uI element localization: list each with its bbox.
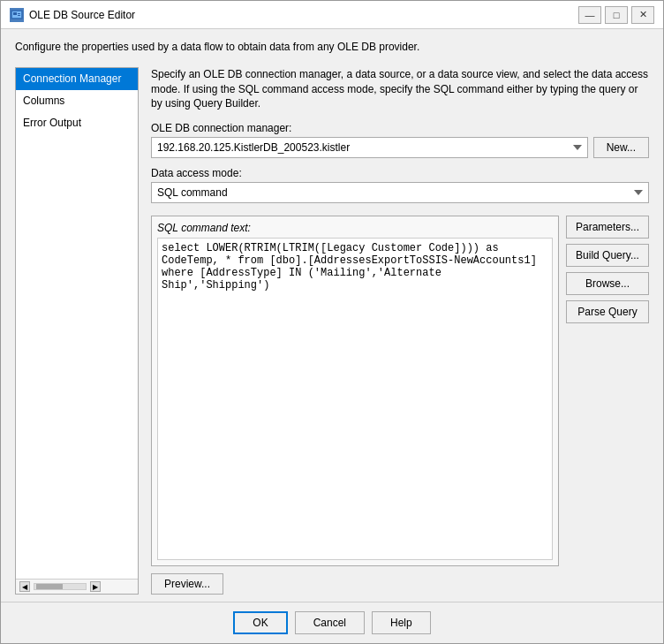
right-panel: Specify an OLE DB connection manager, a … — [151, 67, 649, 595]
connection-manager-group: OLE DB connection manager: 192.168.20.12… — [151, 122, 649, 158]
browse-button[interactable]: Browse... — [566, 272, 649, 295]
parse-query-button[interactable]: Parse Query — [566, 300, 649, 323]
title-bar: OLE DB Source Editor — □ ✕ — [1, 1, 663, 29]
left-nav-bottom: ◀ ▶ — [16, 579, 138, 594]
title-bar-left: OLE DB Source Editor — [10, 8, 135, 22]
ok-button[interactable]: OK — [233, 611, 287, 634]
left-nav: Connection Manager Columns Error Output … — [15, 67, 139, 595]
ole-db-source-editor-window: OLE DB Source Editor — □ ✕ Configure the… — [0, 0, 664, 644]
svg-rect-3 — [18, 13, 20, 14]
access-mode-dropdown[interactable]: SQL command — [151, 182, 649, 203]
build-query-button[interactable]: Build Query... — [566, 244, 649, 267]
nav-item-columns[interactable]: Columns — [16, 90, 138, 112]
window-title: OLE DB Source Editor — [29, 9, 135, 21]
footer-bar: OK Cancel Help — [1, 602, 663, 643]
nav-item-error-output[interactable]: Error Output — [16, 112, 138, 134]
scroll-right-arrow[interactable]: ▶ — [90, 581, 101, 592]
cancel-button[interactable]: Cancel — [295, 611, 365, 634]
preview-row: Preview... — [151, 573, 649, 595]
connection-row: 192.168.20.125.KistlerDB_200523.kistler … — [151, 137, 649, 158]
side-buttons: Parameters... Build Query... Browse... P… — [566, 216, 649, 566]
horizontal-scrollbar[interactable] — [34, 583, 87, 590]
svg-rect-4 — [18, 15, 20, 16]
new-button[interactable]: New... — [593, 137, 649, 158]
nav-scroll-container: Connection Manager Columns Error Output … — [16, 68, 138, 594]
connection-label: OLE DB connection manager: — [151, 122, 649, 134]
main-body: Connection Manager Columns Error Output … — [15, 67, 649, 595]
sql-area-row: SQL command text: select LOWER(RTRIM(LTR… — [151, 216, 649, 566]
window-icon — [10, 8, 24, 22]
close-button[interactable]: ✕ — [631, 6, 654, 24]
nav-items-area: Connection Manager Columns Error Output — [16, 68, 138, 579]
title-controls: — □ ✕ — [578, 6, 654, 24]
maximize-button[interactable]: □ — [605, 6, 628, 24]
nav-item-connection-manager[interactable]: Connection Manager — [16, 68, 138, 90]
access-mode-label: Data access mode: — [151, 167, 649, 179]
help-button[interactable]: Help — [372, 611, 431, 634]
connection-dropdown[interactable]: 192.168.20.125.KistlerDB_200523.kistler — [151, 137, 588, 158]
scroll-left-arrow[interactable]: ◀ — [19, 581, 30, 592]
sql-textarea[interactable]: select LOWER(RTRIM(LTRIM([Legacy Custome… — [157, 238, 553, 560]
content-area: Configure the properties used by a data … — [1, 29, 663, 602]
preview-button[interactable]: Preview... — [151, 573, 223, 595]
parameters-button[interactable]: Parameters... — [566, 216, 649, 239]
scrollbar-thumb — [36, 584, 63, 589]
svg-rect-2 — [13, 12, 17, 15]
sql-label: SQL command text: — [157, 222, 553, 234]
minimize-button[interactable]: — — [578, 6, 601, 24]
sql-group: SQL command text: select LOWER(RTRIM(LTR… — [151, 216, 559, 566]
access-mode-group: Data access mode: SQL command — [151, 167, 649, 203]
instruction-text: Specify an OLE DB connection manager, a … — [151, 67, 649, 111]
description-text: Configure the properties used by a data … — [15, 40, 649, 55]
